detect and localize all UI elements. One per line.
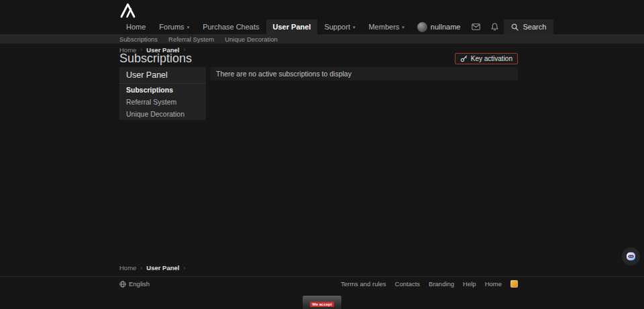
empty-subscriptions-notice: There are no active subscriptions to dis… <box>210 67 518 80</box>
nav-tab-purchase-cheats[interactable]: Purchase Cheats <box>196 19 266 34</box>
nav-tab-label: Purchase Cheats <box>203 23 259 31</box>
subnav-referral-system[interactable]: Referral System <box>168 36 214 43</box>
sub-nav: Subscriptions Referral System Unique Dec… <box>0 34 644 44</box>
footer-link-help[interactable]: Help <box>463 280 476 288</box>
sidebar-item-referral-system[interactable]: Referral System <box>119 96 206 108</box>
sidebar-title: User Panel <box>119 67 206 84</box>
username: nullname <box>431 23 461 31</box>
breadcrumb-bottom: Home › User Panel › <box>119 264 518 271</box>
nav-tab-support[interactable]: Support ▾ <box>317 19 362 34</box>
user-panel-sidebar: User Panel Subscriptions Referral System… <box>119 67 206 120</box>
rss-icon[interactable] <box>511 280 518 288</box>
search-label: Search <box>523 23 546 31</box>
key-icon <box>460 55 468 62</box>
nav-tab-label: Home <box>126 23 146 31</box>
nav-tab-user-panel[interactable]: User Panel <box>266 19 318 34</box>
site-header: Home Forums ▾ Purchase Cheats User Panel… <box>0 0 644 34</box>
chevron-down-icon: ▾ <box>402 25 405 29</box>
content-area: User Panel Subscriptions Referral System… <box>119 67 518 120</box>
breadcrumb-separator-icon: › <box>183 265 185 271</box>
user-account-menu[interactable]: nullname <box>411 22 467 32</box>
avatar <box>417 22 427 32</box>
sidebar-item-subscriptions[interactable]: Subscriptions <box>119 84 206 96</box>
logo-row <box>119 0 518 19</box>
free-kassa-badge[interactable]: We accept FREE-KASSA <box>302 295 343 309</box>
page-title-row: Subscriptions Key activation <box>119 52 518 65</box>
sidebar-item-unique-decoration[interactable]: Unique Decoration <box>119 108 206 120</box>
nav-tab-label: Members <box>368 23 399 31</box>
subnav-subscriptions[interactable]: Subscriptions <box>119 36 158 43</box>
subnav-unique-decoration[interactable]: Unique Decoration <box>225 36 278 43</box>
footer-links: Terms and rules Contacts Branding Help H… <box>341 280 518 288</box>
nav-tab-label: Forums <box>159 23 184 31</box>
envelope-icon <box>472 23 480 30</box>
chevron-down-icon: ▾ <box>353 25 356 29</box>
language-selector[interactable]: English <box>119 280 150 288</box>
we-accept-label: We accept <box>310 302 334 307</box>
footer-link-terms[interactable]: Terms and rules <box>341 280 386 288</box>
mountain-a-logo-icon <box>119 2 137 19</box>
payment-badge-row: We accept FREE-KASSA <box>0 295 644 309</box>
language-label: English <box>129 280 150 288</box>
nav-tab-home[interactable]: Home <box>119 19 152 34</box>
breadcrumb-user-panel-link[interactable]: User Panel <box>146 264 179 271</box>
breadcrumb-home-link[interactable]: Home <box>119 264 136 271</box>
page-title: Subscriptions <box>119 52 192 65</box>
chevron-down-icon: ▾ <box>187 25 190 29</box>
breadcrumb-separator-icon: › <box>140 265 142 271</box>
search-button[interactable]: Search <box>504 19 553 34</box>
bell-icon <box>491 23 498 31</box>
search-icon <box>511 23 519 31</box>
site-logo[interactable] <box>119 2 518 19</box>
key-activation-button[interactable]: Key activation <box>455 53 518 64</box>
inbox-button[interactable] <box>466 23 486 30</box>
footer-link-branding[interactable]: Branding <box>429 280 454 288</box>
breadcrumb: Home › User Panel › <box>119 44 518 51</box>
chat-bot-icon <box>626 251 636 261</box>
header-right-group: nullname <box>411 19 554 34</box>
footer-link-contacts[interactable]: Contacts <box>395 280 421 288</box>
footer-link-home[interactable]: Home <box>485 280 502 288</box>
chat-widget-button[interactable] <box>622 247 640 265</box>
nav-tab-label: Support <box>324 23 350 31</box>
site-footer: English Terms and rules Contacts Brandin… <box>0 276 644 291</box>
nav-tab-members[interactable]: Members ▾ <box>362 19 411 34</box>
nav-tab-label: User Panel <box>273 23 311 31</box>
main-nav: Home Forums ▾ Purchase Cheats User Panel… <box>119 19 518 34</box>
key-activation-label: Key activation <box>471 55 513 62</box>
nav-tab-forums[interactable]: Forums ▾ <box>152 19 196 34</box>
globe-icon <box>119 281 126 288</box>
alerts-button[interactable] <box>486 23 504 31</box>
